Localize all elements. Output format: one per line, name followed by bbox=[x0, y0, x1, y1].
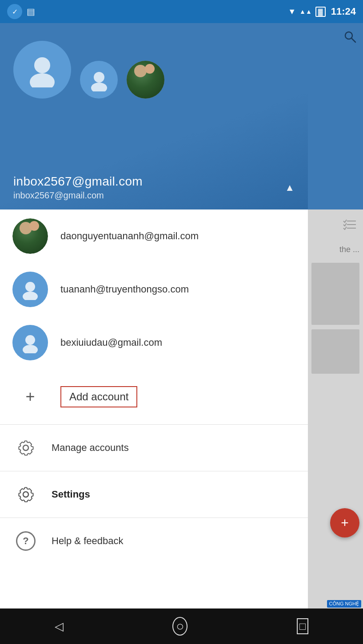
gray-boxes bbox=[311, 263, 359, 378]
account-avatar-3 bbox=[12, 325, 48, 360]
account-email-1: daonguyentuananh@gmail.com bbox=[60, 230, 199, 242]
watermark: CÔNG NGHỆ bbox=[327, 600, 362, 608]
gray-box-2 bbox=[311, 329, 359, 374]
help-icon: ? bbox=[12, 528, 39, 554]
account-email-2: tuananh@truyenthongso.com bbox=[60, 284, 189, 295]
svg-point-5 bbox=[23, 292, 38, 300]
header-user-info: inbox2567@gmail.com inbox2567@gmail.com … bbox=[13, 174, 295, 201]
account-avatar-2 bbox=[12, 272, 48, 307]
second-user-avatar[interactable] bbox=[80, 61, 118, 99]
drawer-header: inbox2567@gmail.com inbox2567@gmail.com … bbox=[0, 23, 308, 209]
status-bar: ✓ ▤ ▼ ▲▲ ▓ 11:24 bbox=[0, 0, 363, 23]
account-email-3: bexiuiudau@gmail.com bbox=[60, 337, 162, 348]
chevron-up-icon[interactable]: ▲ bbox=[285, 182, 295, 194]
settings-label: Settings bbox=[52, 489, 90, 500]
gear-icon-settings bbox=[12, 481, 39, 508]
help-feedback-label: Help & feedback bbox=[52, 535, 123, 547]
third-user-avatar[interactable] bbox=[127, 61, 164, 99]
right-panel: the ... + bbox=[308, 23, 363, 644]
right-panel-top bbox=[308, 23, 363, 209]
account-avatar-1 bbox=[12, 218, 48, 254]
settings-item[interactable]: Settings bbox=[0, 471, 308, 518]
svg-point-3 bbox=[91, 83, 107, 91]
svg-point-6 bbox=[25, 335, 35, 345]
gear-icon-manage bbox=[12, 435, 39, 461]
header-secondary-email: inbox2567@gmail.com bbox=[13, 190, 143, 201]
home-nav-icon[interactable]: ○ bbox=[172, 617, 187, 636]
svg-point-0 bbox=[34, 57, 50, 73]
current-user-avatar[interactable] bbox=[13, 41, 71, 99]
help-feedback-item[interactable]: ? Help & feedback bbox=[0, 518, 308, 564]
recent-nav-icon[interactable]: □ bbox=[297, 618, 309, 634]
header-avatars bbox=[0, 41, 308, 99]
status-bar-left: ✓ ▤ bbox=[7, 4, 35, 19]
account-item-2[interactable]: tuananh@truyenthongso.com bbox=[0, 263, 308, 316]
account-item-1[interactable]: daonguyentuananh@gmail.com bbox=[0, 209, 308, 263]
gallery-icon: ▤ bbox=[27, 6, 35, 17]
main-container: inbox2567@gmail.com inbox2567@gmail.com … bbox=[0, 23, 363, 644]
svg-point-1 bbox=[30, 73, 55, 87]
header-primary-email: inbox2567@gmail.com bbox=[13, 174, 143, 189]
svg-line-9 bbox=[351, 38, 355, 42]
add-account-label: Add account bbox=[69, 391, 128, 403]
partial-text: the ... bbox=[339, 245, 359, 254]
signal-icon: ▲▲ bbox=[299, 8, 312, 15]
add-account-label-box: Add account bbox=[60, 386, 137, 407]
add-account-plus-icon: + bbox=[12, 379, 48, 415]
status-bar-right: ▼ ▲▲ ▓ 11:24 bbox=[288, 6, 356, 17]
checklist-icon bbox=[343, 218, 357, 234]
svg-point-7 bbox=[23, 345, 38, 353]
nav-bar: ◁ ○ □ bbox=[0, 608, 363, 644]
manage-accounts-item[interactable]: Manage accounts bbox=[0, 425, 308, 471]
clock: 11:24 bbox=[331, 6, 356, 17]
account-list: daonguyentuananh@gmail.com tuananh@truye… bbox=[0, 209, 308, 564]
gray-box-1 bbox=[311, 263, 359, 325]
right-panel-bottom: the ... + bbox=[308, 209, 363, 644]
svg-point-2 bbox=[94, 72, 104, 83]
back-nav-icon[interactable]: ◁ bbox=[55, 620, 64, 633]
fab-button[interactable]: + bbox=[330, 508, 359, 537]
app-icon: ✓ bbox=[7, 4, 22, 19]
wifi-icon: ▼ bbox=[288, 7, 296, 16]
manage-accounts-label: Manage accounts bbox=[52, 442, 129, 454]
search-icon[interactable] bbox=[343, 29, 357, 43]
add-account-item[interactable]: + Add account bbox=[0, 369, 308, 424]
account-item-3[interactable]: bexiuiudau@gmail.com bbox=[0, 316, 308, 369]
svg-point-4 bbox=[25, 282, 35, 292]
drawer-panel: inbox2567@gmail.com inbox2567@gmail.com … bbox=[0, 23, 308, 644]
battery-icon: ▓ bbox=[315, 7, 326, 17]
